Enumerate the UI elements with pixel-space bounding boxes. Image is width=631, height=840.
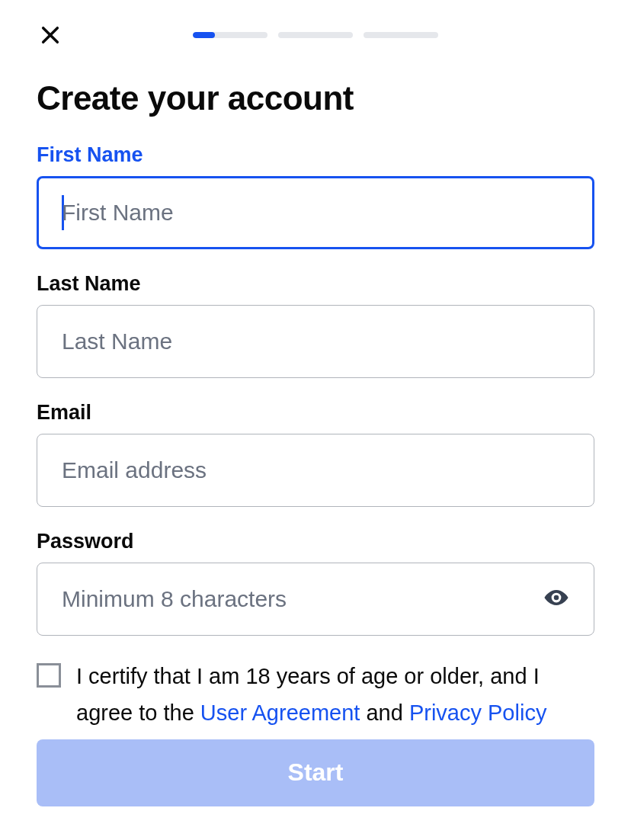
progress-step-3 — [364, 32, 438, 38]
page-title: Create your account — [37, 79, 594, 117]
first-name-field-group: First Name — [37, 143, 594, 249]
last-name-input[interactable] — [62, 329, 569, 354]
first-name-input[interactable] — [62, 200, 569, 226]
last-name-field-group: Last Name — [37, 272, 594, 378]
close-icon — [38, 23, 62, 47]
first-name-label: First Name — [37, 143, 594, 167]
toggle-password-visibility[interactable] — [543, 585, 569, 614]
consent-row: I certify that I am 18 years of age or o… — [37, 659, 594, 732]
password-label: Password — [37, 530, 594, 553]
email-field-group: Email — [37, 401, 594, 507]
consent-checkbox[interactable] — [37, 663, 61, 688]
start-button[interactable]: Start — [37, 739, 594, 806]
user-agreement-link[interactable]: User Agreement — [200, 701, 360, 725]
consent-text-part2: and — [360, 701, 409, 725]
svg-point-2 — [554, 595, 559, 601]
eye-icon — [543, 585, 569, 611]
progress-step-2 — [278, 32, 353, 38]
first-name-input-wrapper[interactable] — [37, 176, 594, 249]
consent-text: I certify that I am 18 years of age or o… — [76, 659, 594, 732]
header-row — [37, 21, 594, 49]
privacy-policy-link[interactable]: Privacy Policy — [409, 701, 547, 725]
password-field-group: Password — [37, 530, 594, 636]
email-input[interactable] — [62, 457, 569, 483]
last-name-label: Last Name — [37, 272, 594, 296]
close-button[interactable] — [37, 21, 64, 49]
last-name-input-wrapper[interactable] — [37, 305, 594, 378]
email-input-wrapper[interactable] — [37, 434, 594, 507]
email-label: Email — [37, 401, 594, 425]
password-input[interactable] — [62, 586, 534, 612]
progress-step-1 — [193, 32, 267, 38]
progress-bar — [64, 32, 594, 38]
password-input-wrapper[interactable] — [37, 563, 594, 636]
progress-fill — [193, 32, 215, 38]
